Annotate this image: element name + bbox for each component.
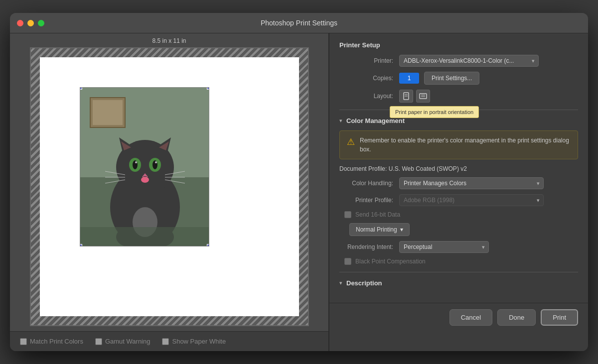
gamut-warning-item: Gamut Warning: [95, 338, 150, 345]
handle-bottom-right[interactable]: [207, 244, 209, 246]
color-handling-label: Color Handling:: [339, 180, 399, 187]
copies-row: Copies: 1 Print Settings...: [339, 72, 578, 85]
rendering-intent-row: Rendering Intent: Perceptual Saturation …: [339, 241, 578, 253]
paper-area: [30, 47, 309, 326]
print-settings-button[interactable]: Print Settings...: [424, 72, 479, 85]
printer-setup-title: Printer Setup: [339, 41, 578, 49]
match-print-colors-checkbox[interactable]: [20, 338, 27, 345]
normal-printing-label: Normal Printing: [356, 226, 397, 233]
rendering-intent-label: Rendering Intent:: [339, 243, 399, 250]
left-section: 8.5 in x 11 in: [10, 33, 329, 351]
gamut-warning-label: Gamut Warning: [105, 338, 150, 345]
portrait-icon: [402, 92, 410, 100]
maximize-button[interactable]: [38, 20, 44, 26]
show-paper-white-checkbox[interactable]: [162, 338, 169, 345]
window-title: Photoshop Print Settings: [261, 19, 337, 27]
close-button[interactable]: [17, 20, 23, 26]
match-print-colors-label: Match Print Colors: [30, 338, 83, 345]
handle-bottom-left[interactable]: [80, 244, 82, 246]
main-content: 8.5 in x 11 in: [10, 33, 588, 351]
divider-2: [339, 272, 578, 272]
copies-input[interactable]: 1: [399, 73, 419, 84]
black-point-row: Black Point Compensation: [339, 258, 578, 265]
handle-top-right[interactable]: [207, 87, 209, 90]
done-button[interactable]: Done: [497, 309, 536, 326]
bottom-bar: Match Print Colors Gamut Warning Show Pa…: [10, 331, 328, 351]
printer-select-wrapper: ADBL-Xerox-VersalinkC8000-1-Color (c...: [399, 55, 539, 67]
normal-printing-chevron: ▾: [400, 226, 403, 233]
right-panel: Printer Setup Printer: ADBL-Xerox-Versal…: [329, 33, 588, 351]
color-handling-row: Color Handling: Printer Manages Colors P…: [339, 177, 578, 189]
cat-image: [80, 87, 209, 246]
rendering-intent-select[interactable]: Perceptual Saturation Relative Colorimet…: [399, 241, 489, 253]
doc-profile-value: U.S. Web Coated (SWOP) v2: [389, 165, 467, 172]
selection-border: [80, 87, 209, 246]
printer-profile-label: Printer Profile:: [339, 197, 399, 204]
rendering-select-wrapper: Perceptual Saturation Relative Colorimet…: [399, 241, 489, 253]
send-16bit-row: Send 16-bit Data: [339, 211, 578, 218]
titlebar: Photoshop Print Settings: [10, 13, 588, 33]
gamut-warning-checkbox[interactable]: [95, 338, 102, 345]
black-point-label: Black Point Compensation: [355, 258, 426, 265]
printer-profile-select-wrapper: Adobe RGB (1998): [399, 194, 544, 206]
description-title: Description: [346, 279, 382, 287]
normal-printing-button[interactable]: Normal Printing ▾: [349, 223, 410, 236]
show-paper-white-label: Show Paper White: [172, 338, 226, 345]
print-button[interactable]: Print: [541, 309, 578, 326]
send-16bit-label: Send 16-bit Data: [355, 211, 400, 218]
copies-label: Copies:: [339, 75, 399, 82]
color-handling-select[interactable]: Printer Manages Colors Photoshop Manages…: [399, 177, 544, 189]
action-bar: Cancel Done Print: [329, 303, 588, 332]
warning-text: Remember to enable the printer's color m…: [360, 136, 571, 154]
match-print-colors-item: Match Print Colors: [20, 338, 83, 345]
layout-row: Layout: Print paper in portrait orientat…: [339, 90, 578, 103]
portrait-tooltip: Print paper in portrait orientation: [390, 106, 479, 118]
preview-area: 8.5 in x 11 in: [10, 33, 328, 331]
printer-profile-select[interactable]: Adobe RGB (1998): [399, 194, 544, 206]
printer-select[interactable]: ADBL-Xerox-VersalinkC8000-1-Color (c...: [399, 55, 539, 67]
photoshop-print-settings-dialog: Photoshop Print Settings 8.5 in x 11 in: [10, 13, 588, 351]
send-16bit-checkbox[interactable]: [344, 211, 351, 218]
landscape-icon: [419, 92, 427, 100]
color-management-title: Color Management: [346, 117, 405, 124]
portrait-button[interactable]: Print paper in portrait orientation: [399, 90, 413, 103]
layout-icons: Print paper in portrait orientation: [399, 90, 430, 103]
doc-profile-label: Document Profile:: [339, 165, 387, 172]
color-management-chevron[interactable]: ▾: [339, 118, 342, 124]
svg-rect-31: [420, 94, 427, 99]
printer-row: Printer: ADBL-Xerox-VersalinkC8000-1-Col…: [339, 55, 578, 67]
minimize-button[interactable]: [27, 20, 34, 26]
color-handling-select-wrapper: Printer Manages Colors Photoshop Manages…: [399, 177, 544, 189]
printer-profile-row: Printer Profile: Adobe RGB (1998): [339, 194, 578, 206]
handle-top-left[interactable]: [80, 87, 82, 90]
layout-label: Layout:: [339, 93, 399, 100]
description-chevron[interactable]: ▾: [339, 280, 342, 286]
paper-white: [40, 57, 299, 316]
description-header: ▾ Description: [339, 279, 578, 287]
traffic-lights: [17, 20, 44, 26]
show-paper-white-item: Show Paper White: [162, 338, 226, 345]
doc-profile: Document Profile: U.S. Web Coated (SWOP)…: [339, 165, 578, 172]
cancel-button[interactable]: Cancel: [449, 309, 492, 326]
printer-label: Printer:: [339, 57, 399, 64]
black-point-checkbox[interactable]: [344, 258, 351, 265]
color-management-header: ▾ Color Management: [339, 117, 578, 124]
landscape-button[interactable]: [416, 90, 430, 103]
paper-size-label: 8.5 in x 11 in: [152, 33, 186, 47]
warning-icon: ⚠: [347, 136, 355, 147]
warning-box: ⚠ Remember to enable the printer's color…: [339, 130, 578, 159]
